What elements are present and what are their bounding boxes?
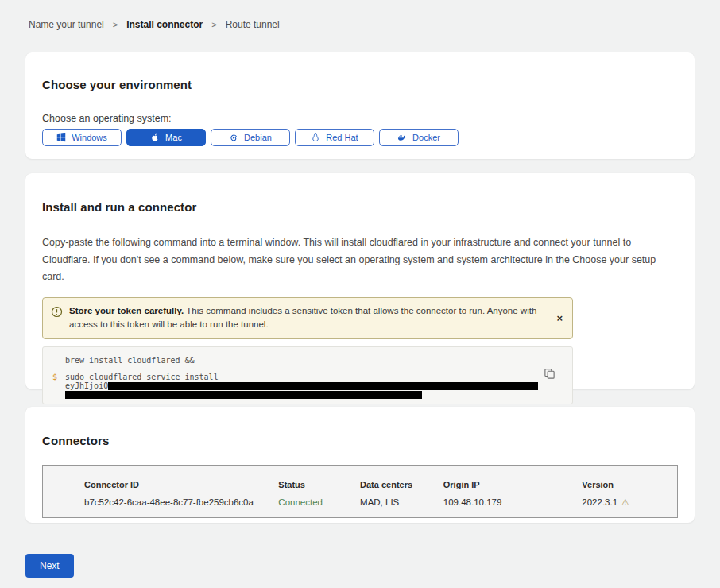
os-button-label: Red Hat [326,133,358,142]
breadcrumb-separator: > [211,20,216,29]
token-warning-banner: Store your token carefully. This command… [42,297,573,340]
header-version: Version [582,480,677,489]
os-button-label: Debian [244,133,272,142]
os-button-label: Mac [165,133,182,142]
connectors-card-title: Connectors [42,434,678,447]
column-data-centers: Data centers MAD, LIS [360,480,443,517]
cell-version: 2022.3.1 ⚠ [582,497,677,507]
connectors-table: Connector ID b7c52c42-6caa-48ee-8c77-fbe… [42,465,678,518]
header-origin-ip: Origin IP [443,480,583,489]
install-description: Copy-paste the following command into a … [42,234,675,286]
header-status: Status [278,480,360,489]
install-connector-card: Install and run a connector Copy-paste t… [25,173,695,389]
terminal-prompt: $ [52,373,57,381]
windows-logo-icon [56,133,66,142]
token-warning-title: Store your token carefully. [69,306,184,315]
column-version: Version 2022.3.1 ⚠ [582,480,677,517]
redhat-logo-icon [311,133,320,142]
breadcrumb-install-connector[interactable]: Install connector [126,19,203,30]
os-button-docker[interactable]: Docker [379,129,459,146]
os-button-redhat[interactable]: Red Hat [295,129,374,146]
copy-icon[interactable] [544,368,555,380]
os-button-mac[interactable]: Mac [126,129,206,146]
version-warning-icon[interactable]: ⚠ [621,498,629,507]
token-warning-text: Store your token carefully. This command… [69,304,537,333]
redacted-token-bar [108,382,538,390]
os-button-label: Windows [72,133,107,142]
header-data-centers: Data centers [360,480,443,489]
breadcrumb-separator: > [113,20,118,29]
token-prefix: eyJhIjoiO [65,381,108,390]
cell-connector-id: b7c52c42-6caa-48ee-8c77-fbe259cb6c0a [84,497,278,507]
breadcrumb-route-tunnel[interactable]: Route tunnel [226,19,280,30]
command-line-2: sudo cloudflared service install [65,373,553,381]
environment-card: Choose your environment Choose an operat… [25,52,695,159]
environment-card-title: Choose your environment [42,78,678,91]
column-origin-ip: Origin IP 109.48.10.179 [443,480,583,517]
cell-data-centers: MAD, LIS [360,497,443,507]
debian-logo-icon [229,133,238,142]
os-button-group: Windows Mac Debian Red Hat [42,129,678,146]
breadcrumb: Name your tunnel > Install connector > R… [0,0,720,30]
docker-logo-icon [397,133,407,142]
column-connector-id: Connector ID b7c52c42-6caa-48ee-8c77-fbe… [84,480,278,517]
tunnel-setup-page: Name your tunnel > Install connector > R… [0,0,720,588]
install-command-code-block: $ brew install cloudflared && sudo cloud… [42,346,573,404]
close-icon[interactable]: × [556,313,563,323]
token-line: eyJhIjoiO [65,381,553,390]
version-value: 2022.3.1 [582,497,617,507]
breadcrumb-name-your-tunnel[interactable]: Name your tunnel [29,19,104,30]
os-button-label: Docker [412,133,440,142]
redacted-token-bar [65,391,422,399]
os-select-label: Choose an operating system: [42,113,678,124]
column-status: Status Connected [278,480,360,517]
apple-logo-icon [150,133,160,142]
install-card-title: Install and run a connector [42,200,678,214]
command-line-1: brew install cloudflared && [65,356,553,365]
alert-circle-icon [51,306,63,333]
os-button-windows[interactable]: Windows [42,129,122,146]
status-badge: Connected [278,497,360,507]
token-line-continued [65,390,553,399]
connectors-card: Connectors Connector ID b7c52c42-6caa-48… [25,407,695,523]
next-button[interactable]: Next [25,554,74,578]
cell-origin-ip: 109.48.10.179 [443,497,583,507]
header-connector-id: Connector ID [84,480,278,489]
os-button-debian[interactable]: Debian [211,129,290,146]
